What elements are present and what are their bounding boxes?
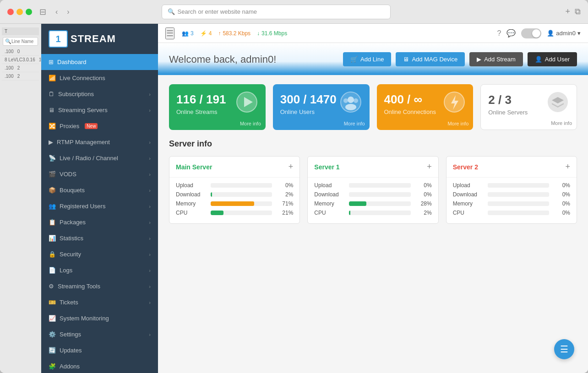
theme-toggle[interactable]	[521, 28, 541, 38]
download-row: Download 0%	[314, 191, 431, 198]
sidebar-item-label: Streaming Tools	[58, 283, 100, 290]
sidebar-item-vods[interactable]: 🎬 VODS ›	[41, 166, 158, 182]
forward-button[interactable]: ›	[65, 6, 71, 18]
new-tab-button[interactable]: +	[565, 7, 570, 16]
sidebar-item-streaming-tools[interactable]: ⚙ Streaming Tools ›	[41, 278, 158, 294]
chevron-icon: ›	[149, 236, 151, 241]
server-icon: 🖥	[49, 107, 54, 114]
new-badge: New	[85, 123, 98, 129]
sidebar-item-rtmp[interactable]: ▶ RTMP Management ›	[41, 134, 158, 150]
server2-stats: Upload 0% Download 0% Memory	[446, 178, 577, 223]
chevron-icon: ›	[149, 252, 151, 257]
maximize-button[interactable]	[26, 9, 32, 15]
download-row: Download 0%	[453, 191, 570, 198]
sidebar-item-packages[interactable]: 📋 Packages ›	[41, 214, 158, 230]
sidebar-item-registered-users[interactable]: 👥 Registered Users ›	[41, 198, 158, 214]
cpu-row: CPU 21%	[176, 210, 293, 216]
more-info-connections[interactable]: More info	[447, 121, 468, 126]
sidebar-item-tickets[interactable]: 🎫 Tickets ›	[41, 294, 158, 310]
back-button[interactable]: ‹	[54, 6, 60, 18]
edge-header: T	[2, 27, 39, 35]
cart-icon: 🛒	[350, 56, 358, 63]
more-info-servers[interactable]: More info	[551, 120, 572, 126]
sidebar-item-label: VODS	[60, 171, 76, 178]
more-info-streams[interactable]: More info	[240, 121, 261, 126]
sidebar-item-system-monitoring[interactable]: 📈 System Monitoring	[41, 310, 158, 326]
vods-icon: 🎬	[49, 171, 56, 178]
upload-stat-value: 583.2 Kbps	[223, 30, 250, 37]
main-server-card: Main Server + Upload 0% Download	[169, 156, 300, 224]
welcome-header: Welcome back, admin0! 🛒 Add Line 🖥 Add M…	[158, 43, 588, 75]
sidebar-item-settings[interactable]: ⚙️ Settings ›	[41, 326, 158, 342]
add-stream-button[interactable]: ▶ Add Stream	[469, 52, 523, 66]
add-mag-device-button[interactable]: 🖥 Add MAG Device	[396, 52, 465, 66]
admin-label: admin0	[556, 30, 576, 37]
close-button[interactable]	[7, 9, 14, 15]
server-grid: Main Server + Upload 0% Download	[169, 156, 577, 224]
download-stat-value: 31.6 Mbps	[261, 30, 287, 37]
edge-row-4: .100 2	[2, 72, 39, 81]
main-server-stats: Upload 0% Download 2% Memory	[169, 178, 299, 223]
sidebar-item-updates[interactable]: 🔄 Updates	[41, 342, 158, 358]
subscriptions-icon: 🗒	[49, 91, 54, 97]
server1-add-button[interactable]: +	[427, 162, 432, 172]
sidebar-item-label: Packages	[60, 219, 86, 226]
traffic-lights	[7, 9, 32, 15]
minimize-button[interactable]	[16, 9, 23, 15]
admin-chevron-icon: ▾	[577, 30, 581, 37]
add-mag-label: Add MAG Device	[412, 56, 457, 63]
main-content: ☰ 👥 3 ⚡ 4 ↑ 583.2 Kbps ↓	[158, 24, 588, 373]
bolt-icon	[443, 91, 466, 118]
online-users-card[interactable]: 300 / 1470 Online Users More info	[273, 84, 370, 130]
online-streams-card[interactable]: 116 / 191 Online Streams More info	[169, 84, 266, 130]
online-connections-card[interactable]: 400 / ∞ Online Connections More info	[377, 84, 474, 130]
rtmp-icon: ▶	[49, 139, 53, 146]
download-row: Download 2%	[176, 191, 293, 198]
sidebar-item-dashboard[interactable]: ⊞ Dashboard	[41, 54, 158, 70]
sidebar-item-live-connections[interactable]: 📶 Live Connections	[41, 70, 158, 86]
sidebar-item-addons[interactable]: 🧩 Addons	[41, 358, 158, 373]
tab-overview-button[interactable]: ⧉	[575, 7, 581, 16]
topbar-stats: 👥 3 ⚡ 4 ↑ 583.2 Kbps ↓ 31.6 Mbps	[182, 30, 287, 37]
sidebar-toggle-button[interactable]: ⊟	[38, 5, 48, 19]
sidebar-item-label: Security	[60, 251, 81, 258]
hamburger-button[interactable]: ☰	[165, 27, 174, 39]
line-name-input[interactable]	[11, 39, 39, 44]
stat-users: 👥 3	[182, 30, 194, 37]
chat-button[interactable]: 💬	[506, 29, 516, 38]
edge-search[interactable]: 🔍	[3, 37, 38, 46]
browser-window: ⊟ ‹ › 🔍 Search or enter website name + ⧉…	[0, 0, 588, 373]
chevron-icon: ›	[149, 92, 151, 97]
chevron-icon: ›	[149, 268, 151, 273]
sidebar-item-proxies[interactable]: 🔀 Proxies New	[41, 118, 158, 134]
add-user-button[interactable]: 👤 Add User	[528, 52, 577, 66]
floating-menu-button[interactable]: ☰	[554, 339, 574, 359]
admin-dropdown-button[interactable]: 👤 admin0 ▾	[547, 30, 581, 37]
sidebar-item-statistics[interactable]: 📊 Statistics ›	[41, 230, 158, 246]
sidebar-item-bouquets[interactable]: 📦 Bouquets ›	[41, 182, 158, 198]
welcome-row: Welcome back, admin0! 🛒 Add Line 🖥 Add M…	[169, 52, 577, 74]
stat-upload: ↑ 583.2 Kbps	[218, 30, 250, 37]
users-stat-icon: 👥	[182, 30, 189, 37]
main-server-add-button[interactable]: +	[289, 162, 294, 172]
chevron-icon: ›	[149, 204, 151, 209]
sidebar-item-logs[interactable]: 📄 Logs ›	[41, 262, 158, 278]
add-user-label: Add User	[545, 56, 570, 63]
sidebar-item-label: System Monitoring	[60, 315, 109, 322]
sidebar-item-streaming-servers[interactable]: 🖥 Streaming Servers ›	[41, 102, 158, 118]
add-line-button[interactable]: 🛒 Add Line	[343, 52, 391, 66]
add-line-label: Add Line	[360, 56, 384, 63]
server2-add-button[interactable]: +	[565, 162, 570, 172]
security-icon: 🔒	[49, 251, 56, 258]
server-info-section: Server info Main Server + Upload 0%	[158, 139, 588, 235]
more-info-users[interactable]: More info	[344, 121, 365, 126]
sidebar-item-live-radio[interactable]: 📡 Live / Radio / Channel ›	[41, 150, 158, 166]
tickets-icon: 🎫	[49, 299, 56, 306]
online-servers-card[interactable]: 2 / 3 Online Servers More info	[480, 84, 577, 130]
sidebar-item-subscriptions[interactable]: 🗒 Subscriptions ›	[41, 86, 158, 102]
sidebar-item-label: Settings	[60, 331, 81, 338]
monitor-icon: 🖥	[403, 56, 409, 63]
help-button[interactable]: ?	[497, 29, 501, 38]
sidebar-item-security[interactable]: 🔒 Security ›	[41, 246, 158, 262]
address-bar[interactable]: 🔍 Search or enter website name	[162, 5, 391, 19]
